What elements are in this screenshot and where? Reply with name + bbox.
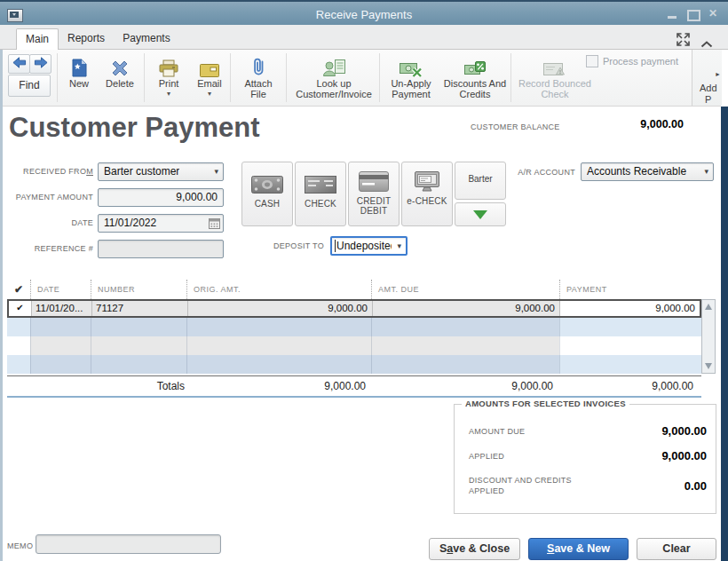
print-dropdown-icon[interactable]: ▾ — [149, 91, 188, 98]
discount-credits-label-line2: APPLIED — [469, 486, 504, 495]
column-header-payment: PAYMENT — [559, 280, 701, 299]
memo-input[interactable] — [36, 534, 221, 554]
delete-icon — [98, 51, 142, 77]
row-date: 11/01/20... — [31, 301, 91, 316]
applied-value: 9,000.00 — [586, 449, 707, 462]
memo-label: MEMO — [7, 541, 33, 550]
totals-label: Totals — [96, 376, 185, 396]
email-icon — [190, 51, 229, 77]
print-button[interactable]: Print ▾ — [149, 51, 188, 105]
date-input[interactable]: 11/01/2022 — [98, 214, 224, 233]
cash-icon — [242, 172, 292, 196]
process-payment-checkbox[interactable] — [586, 55, 598, 67]
back-button[interactable] — [8, 54, 30, 74]
tab-reports[interactable]: Reports — [60, 28, 112, 50]
overflow-arrow-icon[interactable]: ► — [715, 71, 721, 77]
minimize-button[interactable] — [664, 7, 680, 21]
lookup-customer-invoice-button[interactable]: Look up Customer/Invoice — [290, 51, 377, 105]
credit-card-icon — [349, 170, 399, 194]
scroll-up-icon[interactable] — [705, 304, 712, 310]
amount-due-value: 9,000.00 — [586, 424, 707, 438]
expand-window-icon[interactable] — [677, 33, 690, 50]
customer-balance-value: 9,000.00 — [568, 118, 684, 130]
text-cursor — [335, 240, 336, 252]
title-bar: Receive Payments ✕ — [0, 0, 728, 25]
clear-button[interactable]: Clear — [637, 538, 716, 560]
chevron-down-icon: ▾ — [214, 163, 218, 180]
received-from-combo[interactable]: Barter customer ▾ — [98, 162, 224, 181]
row-orig-amt: 9,000.00 — [187, 301, 372, 316]
discount-credits-value: 0.00 — [586, 479, 707, 493]
credit-debit-button[interactable]: CREDIT DEBIT — [348, 162, 400, 226]
chevron-down-icon: ▾ — [397, 238, 401, 254]
lookup-customer-icon — [290, 51, 377, 77]
process-payment-label: Process payment — [603, 56, 678, 67]
column-header-check: ✔ — [7, 280, 30, 299]
forward-button[interactable] — [29, 54, 51, 74]
discounts-credits-icon — [441, 51, 509, 77]
column-header-orig-amt: ORIG. AMT. — [186, 280, 371, 299]
cash-button[interactable]: CASH — [241, 162, 293, 226]
customer-balance-label: CUSTOMER BALANCE — [471, 122, 560, 131]
new-button[interactable]: New — [62, 51, 96, 105]
scroll-down-icon[interactable] — [705, 363, 712, 369]
maximize-button[interactable] — [684, 7, 700, 21]
invoice-row-selected[interactable]: ✔ 11/01/20... 71127 9,000.00 9,000.00 9,… — [7, 299, 701, 318]
echeck-monitor-icon — [402, 170, 452, 194]
paperclip-icon — [238, 51, 279, 77]
close-button[interactable]: ✕ — [705, 7, 721, 21]
green-down-triangle-icon — [473, 210, 487, 219]
page-title: Customer Payment — [9, 112, 260, 144]
unapply-payment-icon — [383, 51, 439, 77]
date-label: DATE — [4, 218, 93, 227]
forward-arrow-icon — [34, 56, 48, 72]
totals-orig-amt: 9,000.00 — [186, 376, 370, 396]
bounced-check-icon — [514, 51, 596, 77]
delete-button[interactable]: Delete — [98, 51, 142, 105]
attach-file-button[interactable]: Attach File — [238, 51, 279, 105]
check-button[interactable]: CHECK — [295, 162, 346, 226]
email-dropdown-icon[interactable]: ▾ — [190, 91, 229, 98]
calendar-icon[interactable] — [209, 217, 220, 234]
row-payment-input[interactable]: 9,000.00 — [559, 301, 700, 316]
ar-account-label: A/R ACCOUNT — [487, 168, 575, 177]
tab-payments[interactable]: Payments — [115, 28, 178, 50]
deposit-to-label: DEPOSIT TO — [235, 241, 324, 250]
reference-input[interactable] — [98, 240, 224, 258]
row-amt-due: 9,000.00 — [372, 301, 559, 316]
save-close-button[interactable]: Save & Close — [429, 538, 520, 560]
receive-payments-window: Receive Payments ✕ Main Reports Payments… — [0, 0, 728, 561]
deposit-to-combo[interactable]: Undeposited Fu ▾ — [330, 236, 408, 256]
record-bounced-check-button[interactable]: Record Bounced Check — [514, 51, 596, 105]
totals-payment: 9,000.00 — [558, 376, 698, 396]
ar-account-combo[interactable]: Accounts Receivable ▾ — [581, 162, 714, 181]
amounts-panel-title: AMOUNTS FOR SELECTED INVOICES — [462, 399, 629, 408]
email-button[interactable]: Email ▾ — [190, 51, 229, 105]
window-title: Receive Payments — [0, 8, 728, 21]
check-icon — [296, 172, 345, 196]
totals-amt-due: 9,000.00 — [370, 376, 558, 396]
discounts-credits-button[interactable]: Discounts And Credits — [441, 51, 509, 105]
echeck-button[interactable]: e-CHECK — [401, 162, 453, 226]
unapply-payment-button[interactable]: Un-Apply Payment — [383, 51, 439, 105]
totals-row: Totals 9,000.00 9,000.00 9,000.00 — [7, 375, 701, 398]
find-button[interactable]: Find — [8, 75, 51, 97]
collapsed-side-panel[interactable] — [721, 107, 728, 561]
row-checkmark-icon[interactable]: ✔ — [9, 301, 31, 316]
ribbon-overflow-panel[interactable]: ► Add P — [692, 50, 722, 106]
more-payment-methods-button[interactable] — [455, 202, 506, 226]
print-icon — [149, 51, 188, 77]
reference-label: REFERENCE # — [4, 244, 93, 253]
tab-main[interactable]: Main — [16, 28, 59, 51]
table-row-empty — [7, 355, 701, 374]
save-new-button[interactable]: Save & New — [528, 538, 629, 560]
column-header-amt-due: AMT. DUE — [371, 280, 559, 299]
chevron-down-icon: ▾ — [704, 163, 708, 180]
new-document-icon — [62, 51, 96, 77]
discount-credits-label-line1: DISCOUNT AND CREDITS — [469, 476, 572, 485]
column-header-date: DATE — [30, 280, 91, 299]
column-header-number: NUMBER — [91, 280, 186, 299]
back-arrow-icon — [12, 56, 27, 72]
payment-amount-input[interactable]: 9,000.00 — [98, 188, 224, 207]
table-scrollbar[interactable] — [701, 299, 716, 374]
